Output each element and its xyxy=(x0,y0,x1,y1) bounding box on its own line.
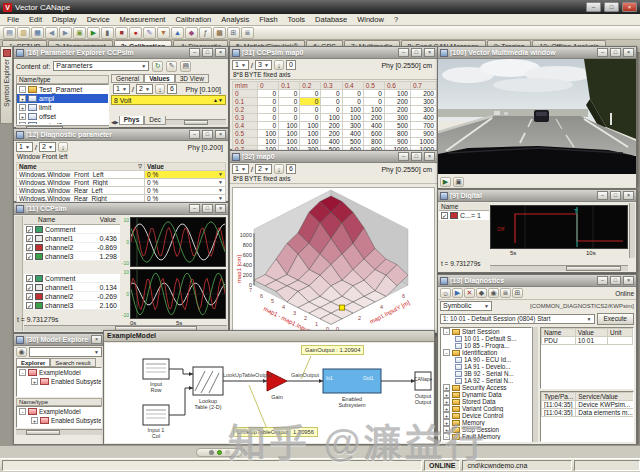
map-cell[interactable]: 500 xyxy=(384,122,410,130)
service-item[interactable]: 1A 90 - ECU Id... xyxy=(455,356,531,363)
model-tree-item[interactable]: - ExampleModel xyxy=(17,368,101,377)
index-value[interactable]: 6 xyxy=(167,84,177,94)
menu-item[interactable]: Device xyxy=(82,15,115,24)
camera-icon[interactable]: ▣ xyxy=(453,177,464,187)
channel-checkbox[interactable]: ✓ xyxy=(26,226,33,233)
row-header[interactable]: 0.6 xyxy=(233,138,258,146)
map-cell[interactable]: 0 xyxy=(321,98,342,106)
row-header[interactable]: 0.5 xyxy=(233,130,258,138)
stop-measurement-icon[interactable]: ■ xyxy=(115,27,128,39)
map-cell[interactable]: 1000 xyxy=(410,138,436,146)
map-cell[interactable]: 0 xyxy=(279,90,300,98)
tree-item[interactable]: - Test_Paramet xyxy=(17,85,108,94)
request-select[interactable]: 1: 10 01 - Default Session (0804) Start▼ xyxy=(440,314,595,324)
index-y-select[interactable]: 2▼ xyxy=(136,84,153,94)
expand-icon[interactable]: + xyxy=(31,378,38,385)
map-cell[interactable]: 200 xyxy=(384,98,410,106)
log-column-header[interactable]: Service/Value xyxy=(576,393,634,401)
map-cell[interactable]: 0 xyxy=(300,98,321,106)
index-y-select[interactable]: 2▼ xyxy=(39,142,56,152)
service-group[interactable]: + Variant Coding xyxy=(443,405,531,412)
index-x-select[interactable]: 1▼ xyxy=(232,164,249,174)
column-header[interactable]: 0 xyxy=(258,82,279,90)
edit-icon[interactable]: ✎ xyxy=(166,61,177,72)
tree-item[interactable]: + limit xyxy=(17,103,108,112)
channel-row[interactable]: ✓ channel3 2.160 xyxy=(24,301,120,310)
channel-row[interactable]: ✓ channel1 0.436 xyxy=(24,234,120,243)
map-cell[interactable]: 100 xyxy=(279,122,300,130)
diag-parameter-titlebar[interactable]: [12] Diagnostic parameter –□× xyxy=(14,129,228,141)
map-cell[interactable]: 0 xyxy=(363,98,384,106)
model-tree-item[interactable]: + Enabled Subsystem xyxy=(29,377,101,386)
map-cell[interactable]: 200 xyxy=(410,90,436,98)
map-cell[interactable]: 0 xyxy=(321,90,342,98)
expand-icon[interactable]: + xyxy=(443,412,450,419)
index-y-select[interactable]: 3▼ xyxy=(255,60,272,70)
digital-vscrollbar[interactable] xyxy=(629,203,635,258)
service-group[interactable]: + Stored Data xyxy=(443,398,531,405)
map-cell[interactable]: 100 xyxy=(258,130,279,138)
win-maximize-icon[interactable]: □ xyxy=(202,48,213,57)
column-header[interactable]: 0.7 xyxy=(410,82,436,90)
map-cell[interactable]: 100 xyxy=(279,138,300,146)
digital-channel-row[interactable]: ✓ C...= 1 xyxy=(439,211,489,220)
channel-row[interactable]: ✓ channel1 0.134 xyxy=(24,283,120,292)
map-cell[interactable]: 0 xyxy=(258,122,279,130)
expand-icon[interactable]: - xyxy=(443,349,450,356)
channel-row[interactable]: ✓ Comment xyxy=(24,225,120,234)
expand-icon[interactable]: + xyxy=(443,391,450,398)
down-arrow-icon[interactable]: ↓ xyxy=(274,164,284,174)
save-icon[interactable]: ▦ xyxy=(31,27,44,39)
column-header[interactable]: 0.5 xyxy=(363,82,384,90)
channel-checkbox[interactable]: ✓ xyxy=(26,253,33,260)
service-item[interactable]: 10 01 - Default S... xyxy=(455,335,531,342)
down-arrow-icon[interactable]: ↓ xyxy=(155,84,165,94)
expand-icon[interactable]: + xyxy=(443,426,450,433)
map-cell[interactable]: 0 xyxy=(279,114,300,122)
map-cell[interactable]: 0 xyxy=(300,114,321,122)
pause-measurement-icon[interactable]: ▮ xyxy=(101,27,114,39)
send-request-icon[interactable]: ▶ xyxy=(452,288,463,298)
expand-icon[interactable]: + xyxy=(443,384,450,391)
expand-icon[interactable]: + xyxy=(443,419,450,426)
map-cell[interactable]: 0 xyxy=(321,106,342,114)
row-header[interactable]: 0.2 xyxy=(233,106,258,114)
model-tree-item[interactable]: + Enabled Subsystem xyxy=(29,416,101,425)
minimize-button[interactable]: – xyxy=(586,2,601,12)
map-cell[interactable]: 700 xyxy=(410,122,436,130)
value-tab[interactable]: 3D View xyxy=(175,74,209,83)
channel-checkbox[interactable]: ✓ xyxy=(26,235,33,242)
expand-icon[interactable]: - xyxy=(19,408,26,415)
unit-tab[interactable]: Dec xyxy=(144,116,166,125)
map-cell[interactable]: 0 xyxy=(258,90,279,98)
delete-icon[interactable]: ✕ xyxy=(464,288,475,298)
row-header[interactable]: 0.3 xyxy=(233,114,258,122)
map-table-titlebar[interactable]: [31] CCPsim map0 –□× xyxy=(230,47,437,59)
service-group[interactable]: + Dynamic Data xyxy=(443,391,531,398)
index-y-select[interactable]: 2▼ xyxy=(255,164,272,174)
map-cell[interactable]: 900 xyxy=(384,138,410,146)
start-measurement-icon[interactable]: ▶ xyxy=(87,27,100,39)
menu-item[interactable]: Window xyxy=(352,15,389,24)
map-3d-titlebar[interactable]: [32] map0 –□× xyxy=(230,151,437,163)
scope-side-toolbar[interactable] xyxy=(15,216,23,331)
list-view-icon[interactable]: ▤ xyxy=(180,61,191,72)
tile-windows-icon[interactable]: ≣ xyxy=(241,27,254,39)
digital-titlebar[interactable]: [9] Digital –□× xyxy=(438,190,636,202)
play-video-icon[interactable]: ▶ xyxy=(440,177,451,187)
expand-icon[interactable]: + xyxy=(19,104,26,111)
log-icon[interactable]: ≣ xyxy=(500,288,511,298)
menu-item[interactable]: Flash xyxy=(254,15,282,24)
tree2-header[interactable]: Name/type xyxy=(16,398,102,406)
expand-icon[interactable]: + xyxy=(443,405,450,412)
service-item[interactable]: 3B 92 - Serial N... xyxy=(455,370,531,377)
result-column-header[interactable]: Name xyxy=(542,329,576,337)
index-value[interactable]: 6 xyxy=(286,164,296,174)
index-x-select[interactable]: 1▼ xyxy=(232,60,249,70)
digital-plot[interactable]: T Off xyxy=(490,205,628,249)
map-cell[interactable]: 100 xyxy=(321,114,342,122)
expand-icon[interactable]: - xyxy=(443,433,450,440)
column-header[interactable]: 0.3 xyxy=(321,82,342,90)
map-cell[interactable]: 0 xyxy=(342,98,363,106)
scope-plot-1[interactable] xyxy=(130,217,226,267)
